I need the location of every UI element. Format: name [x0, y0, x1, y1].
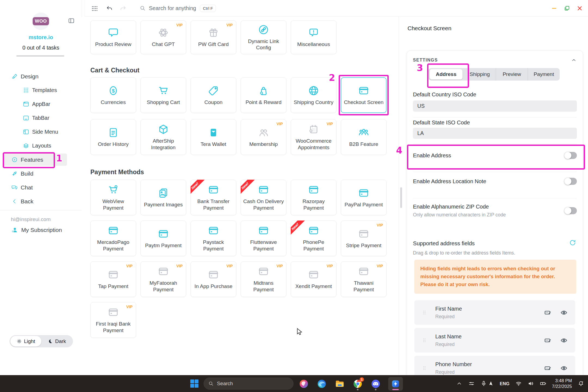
tile-pw-gift-card[interactable]: VIPPW Gift Card: [191, 20, 236, 54]
fluxbuilder-app-icon[interactable]: [388, 377, 403, 391]
mic-location-indicator[interactable]: [480, 380, 494, 387]
enable-alphanumeric-zip-code-switch[interactable]: [564, 207, 577, 214]
country-iso-input[interactable]: US: [413, 100, 577, 112]
tile-flutterwave-payment[interactable]: Flutterwave Payment: [241, 220, 286, 256]
chat-gpt-icon: [158, 27, 169, 38]
tile-stripe-payment[interactable]: VIPStripe Payment: [341, 220, 387, 256]
tile-xendit-payment[interactable]: VIPXendit Payment: [291, 261, 336, 297]
b2b-icon: [358, 127, 369, 138]
tab-address[interactable]: Address: [430, 69, 463, 79]
undo-icon[interactable]: [106, 5, 113, 12]
tab-shipping[interactable]: Shipping: [464, 68, 496, 81]
tab-payment[interactable]: Payment: [528, 68, 560, 81]
enable-address-switch[interactable]: [564, 152, 577, 159]
search-input[interactable]: Search for anything: [140, 5, 196, 11]
enable-address-location-note-switch[interactable]: [564, 178, 577, 185]
sidebar-item-templates[interactable]: Templates: [0, 83, 82, 97]
tile-thawani-payment[interactable]: VIPThawani Payment: [341, 261, 387, 297]
chrome-app-icon[interactable]: 1: [352, 377, 363, 390]
redo-icon[interactable]: [120, 5, 127, 12]
tile-order-history[interactable]: Order History: [90, 119, 136, 155]
chrome-notification-badge: 1: [360, 377, 364, 382]
edit-input-icon[interactable]: [544, 309, 552, 316]
chevron-up-icon[interactable]: [571, 57, 577, 63]
tile-coupon[interactable]: Coupon: [191, 77, 236, 113]
sidebar-collapse-icon[interactable]: [68, 17, 75, 24]
tile-myfatoorah-payment[interactable]: VIPMyFatoorah Payment: [140, 261, 186, 297]
tile-label: Flutterwave Payment: [243, 239, 284, 252]
theme-light-button[interactable]: Light: [10, 336, 41, 347]
tile-b2b-feature[interactable]: B2B Feature: [341, 119, 387, 155]
theme-dark-button[interactable]: Dark: [42, 336, 71, 347]
toggle-label: Enable Address: [413, 152, 451, 159]
windows-start-icon[interactable]: [189, 378, 200, 389]
tile-in-app-purchase[interactable]: VIPIn App Purchase: [191, 261, 236, 297]
app-topbar: Search for anything Ctrl F: [85, 0, 588, 17]
tile-cash-on-delivery-payment[interactable]: New!Cash On Delivery Payment: [241, 180, 286, 215]
wifi-icon[interactable]: [515, 380, 522, 387]
tile-miscellaneous[interactable]: Miscellaneous: [291, 20, 336, 54]
tile-midtrans-payment[interactable]: VIPMidtrans Payment: [241, 261, 286, 297]
maximize-icon[interactable]: [564, 5, 570, 11]
tile-tap-payment[interactable]: VIPTap Payment: [90, 261, 136, 297]
tile-paystack-payment[interactable]: Paystack Payment: [191, 220, 236, 256]
vertical-scrollbar[interactable]: [400, 187, 402, 208]
notifications-bell-icon[interactable]: z: [578, 380, 584, 387]
copilot-app-icon[interactable]: [298, 377, 309, 390]
battery-icon[interactable]: [540, 380, 546, 387]
tile-paytm-payment[interactable]: Paytm Payment: [140, 220, 186, 256]
state-iso-input[interactable]: LA: [413, 128, 577, 139]
sidebar-item-features[interactable]: Features1: [0, 153, 82, 167]
eye-icon[interactable]: [560, 337, 568, 344]
tile-bank-transfer-payment[interactable]: New!Bank Transfer Payment: [191, 180, 236, 215]
minimize-icon[interactable]: [551, 5, 557, 11]
tile-dynamic-link-config[interactable]: Dynamic Link Config: [241, 20, 286, 54]
tile-label: Paystack Payment: [193, 239, 234, 252]
file-explorer-app-icon[interactable]: [334, 377, 345, 390]
volume-icon[interactable]: [528, 380, 534, 387]
sidebar-item-tabbar[interactable]: TabBar: [0, 111, 82, 125]
tile-product-review[interactable]: Product Review: [90, 20, 136, 54]
sidebar-item-layouts[interactable]: Layouts: [0, 139, 82, 153]
tile-phonepe-payment[interactable]: New!PhonePe Payment: [291, 220, 336, 256]
tile-woocommerce-appointments[interactable]: VIPWooCommerce Appointments: [291, 119, 336, 155]
apps-grid-icon[interactable]: [91, 5, 98, 12]
tile-shopping-cart[interactable]: Shopping Cart: [140, 77, 186, 113]
language-indicator[interactable]: ENG: [500, 381, 510, 386]
edit-input-icon[interactable]: [544, 365, 552, 372]
sidebar-item-my-subscription[interactable]: My Subscription: [11, 226, 62, 234]
eye-icon[interactable]: [560, 309, 568, 316]
tile-membership[interactable]: VIPMembership: [241, 119, 286, 155]
clock[interactable]: 3:48 PM 7/22/2025: [552, 378, 572, 390]
settings-sliders-icon[interactable]: [468, 380, 475, 387]
tile-point-reward[interactable]: Point & Reward: [241, 77, 286, 113]
tile-tera-wallet[interactable]: Tera Wallet: [191, 119, 236, 155]
edge-app-icon[interactable]: [316, 377, 327, 390]
tile-checkout-screen[interactable]: Checkout Screen2: [341, 77, 387, 113]
sidebar-item-side-menu[interactable]: Side Menu: [0, 125, 82, 139]
tile-paypal-payment[interactable]: PayPal Payment: [341, 180, 387, 215]
edit-input-icon[interactable]: [544, 337, 552, 344]
tile-aftership-integration[interactable]: AfterShip Integration: [140, 119, 186, 155]
hidden-icons-chevron[interactable]: [456, 380, 463, 387]
tile-currencies[interactable]: $Currencies: [90, 77, 136, 113]
tile-chat-gpt[interactable]: VIPChat GPT: [140, 20, 186, 54]
refresh-icon[interactable]: [569, 239, 576, 246]
store-name[interactable]: mstore.io: [0, 34, 82, 41]
tile-payment-images[interactable]: Payment Images: [140, 180, 186, 215]
eye-icon[interactable]: [560, 365, 568, 372]
tile-razorpay-payment[interactable]: Razorpay Payment: [291, 180, 336, 215]
taskbar-search[interactable]: Search: [204, 378, 293, 390]
sidebar-item-appbar[interactable]: AppBar: [0, 97, 82, 111]
close-icon[interactable]: [577, 5, 583, 11]
sidebar-item-design[interactable]: Design: [0, 69, 82, 83]
discord-app-icon[interactable]: [370, 377, 381, 390]
tab-preview[interactable]: Preview: [496, 68, 528, 81]
sidebar-item-build[interactable]: Build: [0, 167, 82, 180]
account-email: hi@inspireui.com: [11, 216, 51, 222]
sidebar-item-chat[interactable]: Chat: [0, 180, 82, 194]
tile-webview-payment[interactable]: WebView Payment: [90, 180, 136, 215]
tile-first-iraqi-bank-payment[interactable]: VIPFirst Iraqi Bank Payment: [90, 302, 136, 338]
sidebar-item-back[interactable]: Back: [0, 194, 82, 208]
tile-mercadopago-payment[interactable]: MercadoPago Payment: [90, 220, 136, 256]
